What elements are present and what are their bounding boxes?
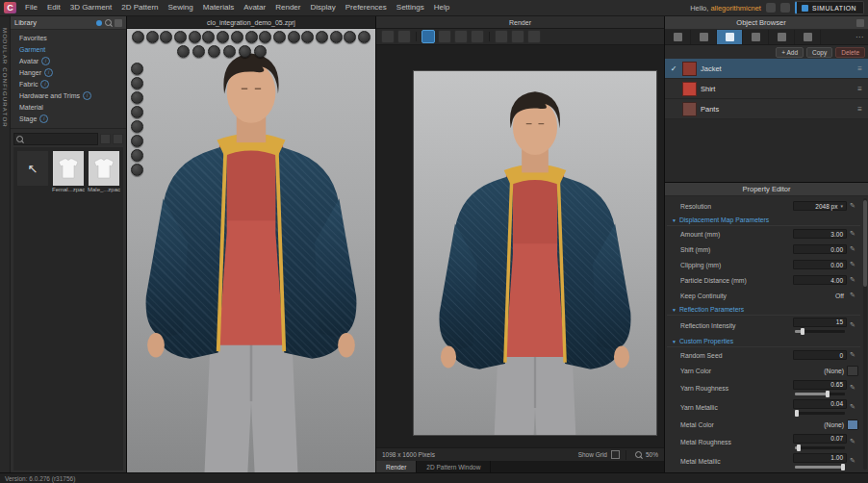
object-row-jacket[interactable]: ✓Jacket≡: [665, 59, 868, 79]
username[interactable]: allegorithmicnet: [710, 4, 761, 13]
simulation-module[interactable]: SIMULATION: [795, 1, 864, 14]
value-input[interactable]: 15: [793, 318, 847, 327]
pins-icon[interactable]: [131, 149, 143, 162]
render-quality-icon[interactable]: [511, 30, 524, 43]
move-gizmo-icon[interactable]: [160, 31, 172, 43]
project-tab[interactable]: clo_integration_demo_05.zprj: [207, 19, 295, 26]
texture-view-icon[interactable]: [208, 45, 220, 58]
thumbnail-item[interactable]: Male_...zpac: [88, 151, 120, 193]
render-start-icon[interactable]: [421, 30, 435, 43]
measure-icon[interactable]: [131, 106, 143, 118]
value-input[interactable]: 4.00: [793, 275, 847, 285]
slider-thumb[interactable]: [841, 464, 845, 470]
modular-configurator-tab[interactable]: MODULAR CONFIGURATOR: [0, 16, 11, 473]
scrollbar[interactable]: [863, 198, 867, 470]
slider[interactable]: [795, 393, 845, 395]
library-item-hardware-and-trims[interactable]: Hardware and Trimsi: [11, 89, 126, 101]
notes-icon[interactable]: [131, 164, 143, 176]
strain-map-icon[interactable]: [239, 45, 251, 58]
sewing-tool-icon[interactable]: [202, 31, 215, 43]
interactive-render-icon[interactable]: [438, 30, 451, 43]
view-list-icon[interactable]: [113, 134, 123, 144]
show-garment-icon[interactable]: [177, 45, 190, 58]
select-tool-icon[interactable]: [146, 31, 159, 43]
sync-icon[interactable]: [96, 20, 102, 26]
menu-item-2d-pattern[interactable]: 2D Pattern: [116, 0, 163, 15]
image-settings-icon[interactable]: [495, 30, 508, 43]
object-row-shirt[interactable]: Shirt≡: [665, 79, 868, 99]
scissors-tool-icon[interactable]: [245, 31, 258, 43]
edit-icon[interactable]: ✎: [850, 457, 855, 465]
edit-icon[interactable]: ✎: [850, 276, 855, 284]
object-browser-tab-3[interactable]: [743, 30, 769, 44]
library-item-avatar[interactable]: Avatari: [11, 55, 126, 66]
scene-manager-icon[interactable]: [131, 63, 143, 75]
edit-icon[interactable]: ✎: [850, 202, 855, 210]
menu-icon[interactable]: [115, 19, 122, 27]
camera-view-icon[interactable]: [316, 31, 328, 43]
edit-icon[interactable]: ✎: [850, 292, 855, 299]
object-browser-tab-4[interactable]: [769, 30, 795, 44]
object-browser-tab-2[interactable]: [717, 30, 743, 44]
slider[interactable]: [795, 446, 845, 449]
menu-item-3d-garment[interactable]: 3D Garment: [65, 0, 117, 15]
value-input[interactable]: 0.04: [793, 399, 847, 409]
object-browser-tab-0[interactable]: [665, 30, 691, 44]
menu-item-file[interactable]: File: [20, 0, 42, 15]
menu-item-render[interactable]: Render: [270, 0, 305, 15]
rotate-gizmo-icon[interactable]: [174, 31, 187, 43]
value-input[interactable]: 0.00: [793, 244, 847, 254]
value-input[interactable]: 0.65: [793, 380, 847, 390]
slider[interactable]: [795, 412, 845, 415]
hamburger-icon[interactable]: ≡: [857, 105, 864, 114]
resolution-dropdown[interactable]: 2048 px▾: [793, 201, 847, 211]
slider[interactable]: [795, 330, 845, 333]
edit-icon[interactable]: ✎: [850, 384, 855, 392]
pin-tool-icon[interactable]: [189, 31, 201, 43]
delete-button[interactable]: Delete: [835, 47, 865, 58]
value-input[interactable]: 1.00: [793, 453, 847, 463]
edit-icon[interactable]: ✎: [850, 230, 855, 238]
menu-item-materials[interactable]: Materials: [198, 0, 239, 15]
avatar-pose-icon[interactable]: [131, 91, 143, 104]
scrollbar-thumb[interactable]: [863, 200, 867, 287]
slider-thumb[interactable]: [797, 445, 801, 451]
show-grid-checkbox[interactable]: [611, 450, 620, 459]
style-view-icon[interactable]: [358, 31, 370, 43]
show-avatar-icon[interactable]: [192, 45, 205, 58]
section-header-custom-properties[interactable]: ▼Custom Properties: [667, 335, 860, 347]
menu-item-display[interactable]: Display: [305, 0, 340, 15]
library-item-fabric[interactable]: Fabrici: [11, 78, 126, 89]
turntable-render-icon[interactable]: [454, 30, 468, 43]
view-grid-icon[interactable]: [100, 134, 111, 144]
search-icon[interactable]: [105, 19, 112, 26]
app-logo[interactable]: C: [4, 2, 16, 13]
edit-icon[interactable]: ✎: [850, 245, 855, 253]
hamburger-icon[interactable]: ≡: [857, 85, 864, 93]
account-icon[interactable]: [766, 3, 776, 13]
add-button[interactable]: + Add: [776, 47, 804, 58]
color-swatch[interactable]: [847, 366, 858, 376]
object-browser-tab-1[interactable]: [691, 30, 717, 44]
slider-thumb[interactable]: [801, 328, 804, 335]
sync-colorway-icon[interactable]: [527, 30, 541, 43]
menu-item-avatar[interactable]: Avatar: [239, 0, 270, 15]
flatten-tool-icon[interactable]: [259, 31, 271, 43]
library-item-hanger[interactable]: Hangeri: [11, 66, 126, 78]
section-header-reflection-parameters[interactable]: ▼Reflection Parameters: [667, 303, 860, 316]
video-render-icon[interactable]: [471, 30, 484, 43]
menu-item-help[interactable]: Help: [429, 0, 454, 15]
save-image-icon[interactable]: [381, 30, 395, 43]
measure-tool-icon[interactable]: [231, 31, 243, 43]
wind-controller-icon[interactable]: [344, 31, 356, 43]
display-mode-icon[interactable]: [780, 3, 790, 13]
library-item-stage[interactable]: Stagei: [11, 113, 126, 124]
menu-item-sewing[interactable]: Sewing: [164, 0, 198, 15]
menu-item-edit[interactable]: Edit: [42, 0, 65, 15]
pattern-3d-icon[interactable]: [288, 31, 300, 43]
tack-tool-icon[interactable]: [217, 31, 229, 43]
slider-thumb[interactable]: [795, 410, 799, 417]
layers-icon[interactable]: [131, 135, 143, 147]
edit-icon[interactable]: ✎: [850, 438, 855, 445]
section-header-displacement-map-parameters[interactable]: ▼Displacement Map Parameters: [667, 214, 860, 226]
